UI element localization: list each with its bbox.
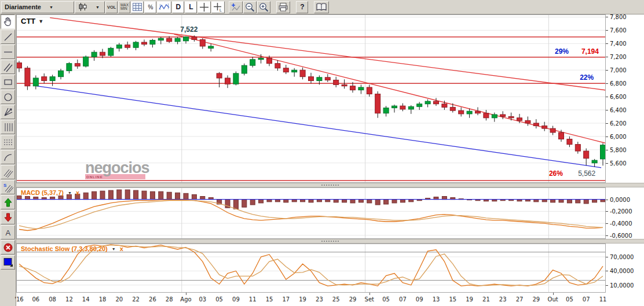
x-axis-label: 09 xyxy=(416,296,423,303)
print-button[interactable] xyxy=(276,1,290,13)
rectangle-tool[interactable] xyxy=(1,75,15,89)
x-axis-label: 11 xyxy=(599,296,607,303)
zoom-out-button[interactable] xyxy=(243,1,257,13)
fib-retracement-tool[interactable] xyxy=(1,135,15,149)
y-axis-tick: 7,600 xyxy=(606,27,627,34)
x-axis-label: 21 xyxy=(482,296,490,303)
delete-tool[interactable] xyxy=(1,240,15,255)
speed-lines-tool[interactable] xyxy=(1,165,15,179)
fan-icon xyxy=(3,107,13,117)
zoom-out-icon xyxy=(245,2,255,12)
macd-close-button[interactable]: x xyxy=(76,189,79,196)
price-chart-canvas[interactable] xyxy=(17,15,605,182)
x-axis-label: 03 xyxy=(199,296,206,303)
crosshair-last-button[interactable]: L xyxy=(211,1,225,13)
color-picker[interactable] xyxy=(1,255,15,270)
panel-splitter[interactable] xyxy=(16,183,644,187)
chevron-down-icon: ▼ xyxy=(96,5,100,9)
y-axis-tick: -0,2000 xyxy=(606,208,632,215)
y-axis-tick: 6,600 xyxy=(606,94,627,100)
symbol-dropdown[interactable]: CTT ▼ xyxy=(21,17,43,25)
watermark-text: negocios xyxy=(85,160,149,176)
chart-style-dropdown[interactable]: ▼ xyxy=(75,1,105,13)
x-axis-label: 05 xyxy=(382,296,390,303)
horizontal-line-tool[interactable] xyxy=(1,45,15,59)
zoom-in-icon xyxy=(259,2,269,12)
speedlines-s-icon: S xyxy=(3,182,13,193)
x-axis-label: 05 xyxy=(566,296,573,303)
guide-button[interactable] xyxy=(314,1,329,13)
x-axis-label: 20 xyxy=(115,296,123,303)
buy-arrow-tool[interactable] xyxy=(1,195,15,209)
help-button[interactable]: ? xyxy=(296,1,308,13)
stochastic-panel: Stochastic Slow (7,3,3,80,20) ▼ x 70,000… xyxy=(16,244,644,293)
grid-button[interactable] xyxy=(131,1,144,13)
crosshair-l-icon: L xyxy=(213,2,223,12)
fan-lines-tool[interactable] xyxy=(1,105,15,119)
ellipse-icon xyxy=(3,92,13,102)
price-annotation: 26% xyxy=(549,169,563,178)
sell-arrow-tool[interactable] xyxy=(1,210,15,224)
x-axis-month-tick xyxy=(186,293,186,295)
panel-splitter[interactable] xyxy=(16,239,644,244)
text-a-icon: A xyxy=(3,227,13,238)
x-axis-label: 27 xyxy=(516,296,524,303)
macd-canvas[interactable] xyxy=(17,188,605,238)
interval-dropdown[interactable]: Diariamente▼ xyxy=(1,1,74,13)
volume-button[interactable]: VOL xyxy=(105,1,118,13)
x-axis-label: 14 xyxy=(82,296,90,303)
stochastic-settings-caret-icon[interactable]: ▼ xyxy=(112,247,116,251)
line-style-button[interactable]: L xyxy=(185,1,197,13)
rect-icon xyxy=(3,77,13,87)
fib-arc-tool[interactable] xyxy=(1,150,15,164)
x-axis-month-tick xyxy=(553,293,554,295)
price-annotation: 7,194 xyxy=(581,47,599,56)
price-panel: CTT ▼ negocios ONLINE 7,52229%7,19422%26… xyxy=(16,14,644,183)
wave-icon xyxy=(159,2,170,12)
macd-y-axis: 0,0000-0,2000-0,4000-0,6000 xyxy=(606,187,644,239)
percent-button[interactable]: % xyxy=(144,1,156,13)
y-axis-tick: 5,600 xyxy=(606,160,627,167)
text-tool[interactable]: A xyxy=(1,225,15,239)
macd-settings-caret-icon[interactable]: ▼ xyxy=(68,191,72,195)
daily-button[interactable]: D xyxy=(172,1,184,13)
y-axis-tick: 5,800 xyxy=(606,147,627,153)
macd-plot[interactable]: MACD (5,37,7) ▼ x xyxy=(16,187,606,239)
add-indicator-button[interactable] xyxy=(229,1,243,13)
max-min-button[interactable]: MAX MIN xyxy=(118,1,130,13)
ellipse-tool[interactable] xyxy=(1,90,15,104)
x-axis: '16060812141820222628Ago0305091115171923… xyxy=(16,293,644,306)
y-axis-tick: -0,6000 xyxy=(606,233,632,239)
x-axis-label: 17 xyxy=(282,296,290,303)
y-axis-tick: 0,0000 xyxy=(606,197,630,203)
crosshair-button[interactable] xyxy=(197,1,211,13)
x-axis-label: Ago xyxy=(180,296,191,303)
x-axis-label: 28 xyxy=(166,296,173,303)
x-axis-label: 12 xyxy=(65,296,73,303)
pan-tool[interactable] xyxy=(1,14,15,29)
chevron-down-icon: ▼ xyxy=(38,19,43,24)
y-axis-tick: 6,000 xyxy=(606,134,627,140)
y-axis-tick: 10,0000 xyxy=(606,282,634,289)
price-plot[interactable]: CTT ▼ negocios ONLINE 7,52229%7,19422%26… xyxy=(16,14,606,183)
speed-resistance-tool[interactable]: S xyxy=(1,180,15,194)
parallel-channel-tool[interactable] xyxy=(1,60,15,74)
candlestick-icon xyxy=(78,2,87,12)
y-axis-tick: -0,4000 xyxy=(606,220,632,227)
x-axis-label: 23 xyxy=(316,296,323,303)
x-axis-label: 15 xyxy=(449,296,456,303)
fib-timezones-tool[interactable] xyxy=(1,120,15,134)
svg-text:S: S xyxy=(3,183,7,188)
y-axis-tick: 7,200 xyxy=(606,54,627,60)
hline-icon xyxy=(3,47,13,57)
stochastic-y-axis: 70,000040,000010,0000 xyxy=(606,244,644,293)
zoom-in-button[interactable] xyxy=(257,1,270,13)
price-y-axis: 7,8007,6007,4007,2007,0006,8006,6006,400… xyxy=(606,14,644,183)
stochastic-plot[interactable]: Stochastic Slow (7,3,3,80,20) ▼ x xyxy=(16,244,606,293)
trendline-tool[interactable] xyxy=(1,30,15,44)
x-axis-label: 13 xyxy=(433,296,440,303)
stochastic-close-button[interactable]: x xyxy=(120,245,123,252)
wave-indicator-button[interactable] xyxy=(157,1,171,13)
x-axis-label: 08 xyxy=(49,296,56,303)
down-arrow-icon xyxy=(3,212,13,223)
